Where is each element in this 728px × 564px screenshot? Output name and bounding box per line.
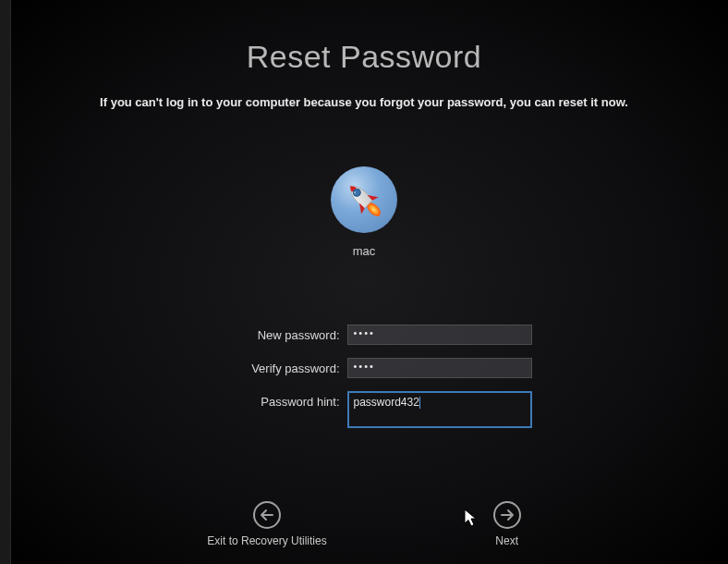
password-hint-label: Password hint:: [197, 391, 340, 409]
verify-password-label: Verify password:: [197, 358, 340, 375]
rocket-icon: [339, 175, 389, 225]
verify-password-field[interactable]: ••••: [347, 358, 532, 378]
password-hint-field[interactable]: password432: [347, 391, 532, 428]
arrow-right-icon: [493, 501, 521, 529]
user-avatar-section: mac: [331, 166, 397, 258]
password-form: New password: •••• Verify password: ••••…: [197, 325, 532, 428]
exit-button-label: Exit to Recovery Utilities: [207, 534, 326, 547]
new-password-row: New password: ••••: [197, 325, 532, 345]
window-edge: [0, 0, 11, 564]
avatar: [331, 166, 397, 233]
arrow-left-icon: [253, 501, 281, 529]
main-container: Reset Password If you can't log in to yo…: [0, 0, 728, 564]
new-password-label: New password:: [197, 325, 340, 342]
text-caret: [419, 397, 420, 409]
password-hint-row: Password hint: password432: [197, 391, 532, 428]
verify-password-row: Verify password: ••••: [197, 358, 532, 378]
exit-button[interactable]: Exit to Recovery Utilities: [207, 501, 326, 547]
page-subtitle: If you can't log in to your computer bec…: [100, 95, 628, 109]
bottom-navigation: Exit to Recovery Utilities Next: [0, 501, 728, 547]
page-title: Reset Password: [247, 39, 482, 75]
new-password-field[interactable]: ••••: [347, 325, 532, 345]
username-label: mac: [353, 244, 376, 258]
next-button[interactable]: Next: [493, 501, 521, 547]
next-button-label: Next: [495, 534, 518, 547]
